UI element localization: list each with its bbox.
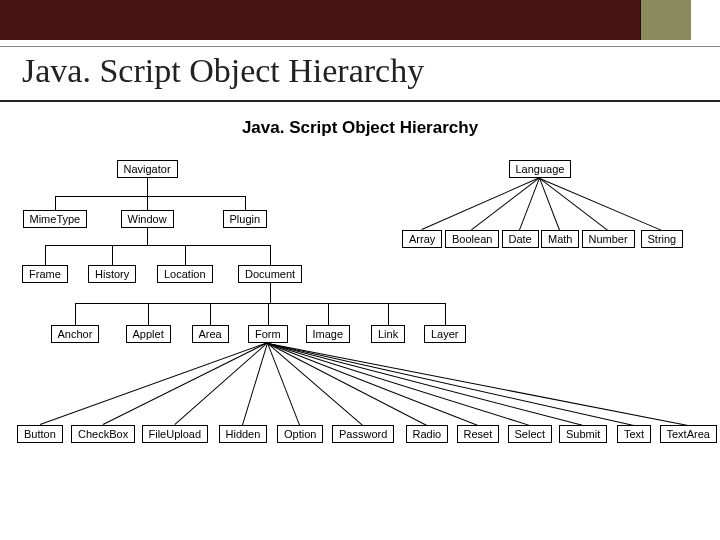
node-number: Number	[582, 230, 635, 248]
node-array: Array	[402, 230, 442, 248]
node-hidden: Hidden	[219, 425, 268, 443]
node-fileupload: FileUpload	[142, 425, 209, 443]
diagram-title: Java. Script Object Hierarchy	[0, 118, 720, 138]
node-button: Button	[17, 425, 63, 443]
node-radio: Radio	[406, 425, 449, 443]
node-language: Language	[509, 160, 572, 178]
node-window: Window	[121, 210, 174, 228]
node-layer: Layer	[424, 325, 466, 343]
node-math: Math	[541, 230, 579, 248]
node-frame: Frame	[22, 265, 68, 283]
node-link: Link	[371, 325, 405, 343]
node-mimetype: MimeType	[23, 210, 88, 228]
node-plugin: Plugin	[223, 210, 268, 228]
node-navigator: Navigator	[117, 160, 178, 178]
node-checkbox: CheckBox	[71, 425, 135, 443]
node-text: Text	[617, 425, 651, 443]
node-history: History	[88, 265, 136, 283]
node-area: Area	[192, 325, 229, 343]
node-form: Form	[248, 325, 288, 343]
decorative-top-bar	[0, 0, 720, 40]
node-submit: Submit	[559, 425, 607, 443]
node-string: String	[641, 230, 684, 248]
node-image: Image	[306, 325, 351, 343]
hierarchy-diagram: NavigatorLanguageMimeTypeWindowPluginArr…	[0, 145, 720, 540]
node-reset: Reset	[457, 425, 500, 443]
node-password: Password	[332, 425, 394, 443]
node-select: Select	[508, 425, 553, 443]
node-date: Date	[502, 230, 539, 248]
node-option: Option	[277, 425, 323, 443]
page-title: Java. Script Object Hierarchy	[22, 52, 424, 90]
node-document: Document	[238, 265, 302, 283]
node-location: Location	[157, 265, 213, 283]
node-boolean: Boolean	[445, 230, 499, 248]
node-textarea: TextArea	[660, 425, 717, 443]
node-anchor: Anchor	[51, 325, 100, 343]
node-applet: Applet	[126, 325, 171, 343]
